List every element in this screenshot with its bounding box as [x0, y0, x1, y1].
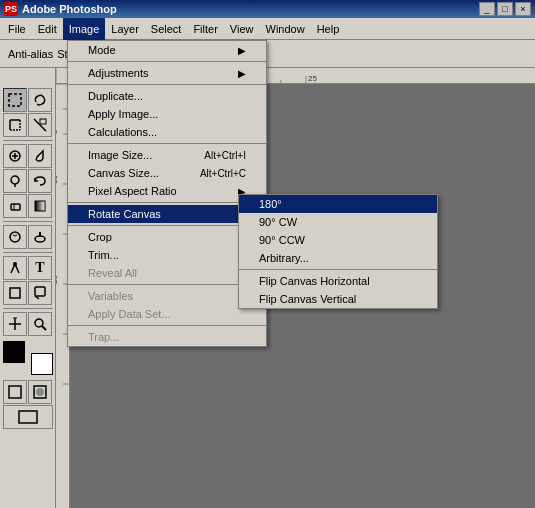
submenu-arrow: ▶ [238, 45, 246, 56]
tool-row-6 [3, 225, 52, 249]
menu-image-calculations[interactable]: Calculations... [68, 123, 266, 141]
shortcut: Alt+Ctrl+I [204, 150, 246, 161]
tool-row-9 [3, 312, 52, 336]
menu-reveal-all[interactable]: Reveal All [68, 264, 266, 282]
eraser-tool[interactable] [3, 194, 27, 218]
menu-pixel-aspect[interactable]: Pixel Aspect Ratio ▶ [68, 182, 266, 200]
menu-image-size[interactable]: Image Size... Alt+Ctrl+I [68, 146, 266, 164]
svg-point-40 [35, 319, 43, 327]
menu-trim[interactable]: Trim... [68, 246, 266, 264]
tool-separator-4 [3, 308, 53, 309]
text-tool[interactable]: T [28, 256, 52, 280]
standard-mode[interactable] [3, 380, 27, 404]
rotate-canvas-submenu: 180° 90° CW 90° CCW Arbitrary... Flip Ca… [238, 194, 438, 309]
svg-text:10: 10 [56, 175, 59, 184]
slice-tool[interactable] [28, 113, 52, 137]
tool-row-3 [3, 144, 52, 168]
menu-edit[interactable]: Edit [32, 18, 63, 40]
menu-canvas-size[interactable]: Canvas Size... Alt+Ctrl+C [68, 164, 266, 182]
toolbox: T [0, 84, 56, 508]
tool-row-5 [3, 194, 52, 218]
separator [68, 225, 266, 226]
menu-filter[interactable]: Filter [187, 18, 223, 40]
zoom-tool[interactable] [28, 312, 52, 336]
foreground-color[interactable] [3, 341, 25, 363]
notes-tool[interactable] [28, 281, 52, 305]
app-title: Adobe Photoshop [22, 3, 117, 15]
svg-rect-22 [40, 119, 46, 124]
svg-rect-42 [9, 386, 21, 398]
menu-apply-dataset[interactable]: Apply Data Set... [68, 305, 266, 323]
svg-rect-16 [9, 94, 21, 106]
menu-window[interactable]: Window [260, 18, 311, 40]
rotate-90cw[interactable]: 90° CW [239, 213, 437, 231]
app-icon: PS [4, 2, 18, 16]
shortcut: Alt+Ctrl+C [200, 168, 246, 179]
menu-image-apply-image[interactable]: Apply Image... [68, 105, 266, 123]
rotate-180[interactable]: 180° [239, 195, 437, 213]
crop-tool[interactable] [3, 113, 27, 137]
separator [68, 84, 266, 85]
quick-mask[interactable] [28, 380, 52, 404]
svg-rect-36 [35, 287, 45, 296]
svg-text:25: 25 [308, 74, 317, 83]
pen-tool[interactable] [3, 256, 27, 280]
menu-trap[interactable]: Trap... [68, 328, 266, 346]
svg-rect-30 [35, 201, 45, 211]
svg-point-44 [36, 388, 44, 396]
shape-tool[interactable] [3, 281, 27, 305]
menu-crop[interactable]: Crop [68, 228, 266, 246]
menu-view[interactable]: View [224, 18, 260, 40]
separator [68, 143, 266, 144]
color-swatches [3, 341, 53, 375]
menu-image[interactable]: Image [63, 18, 106, 40]
svg-point-26 [11, 176, 19, 184]
blur-tool[interactable] [3, 225, 27, 249]
title-bar-controls: _ □ × [479, 2, 531, 16]
svg-point-34 [13, 262, 17, 266]
marquee-tool[interactable] [3, 88, 27, 112]
flip-horizontal[interactable]: Flip Canvas Horizontal [239, 272, 437, 290]
menu-image-adjustments[interactable]: Adjustments ▶ [68, 64, 266, 82]
menu-variables[interactable]: Variables ▶ [68, 287, 266, 305]
svg-rect-28 [11, 204, 20, 210]
brush-tool[interactable] [28, 144, 52, 168]
menu-image-duplicate[interactable]: Duplicate... [68, 87, 266, 105]
svg-text:20: 20 [56, 275, 59, 284]
dodge-tool[interactable] [28, 225, 52, 249]
tool-separator-3 [3, 252, 53, 253]
lasso-tool[interactable] [28, 88, 52, 112]
menu-image-mode[interactable]: Mode ▶ [68, 41, 266, 59]
move-tool[interactable] [3, 312, 27, 336]
tool-separator-2 [3, 221, 53, 222]
separator [68, 61, 266, 62]
clone-tool[interactable] [3, 169, 27, 193]
svg-rect-45 [19, 411, 37, 423]
image-menu-dropdown: Mode ▶ Adjustments ▶ Duplicate... Apply … [67, 40, 267, 347]
healing-tool[interactable] [3, 144, 27, 168]
history-tool[interactable] [28, 169, 52, 193]
flip-vertical[interactable]: Flip Canvas Vertical [239, 290, 437, 308]
menu-file[interactable]: File [2, 18, 32, 40]
tool-separator-1 [3, 140, 53, 141]
tool-row-7: T [3, 256, 52, 280]
menu-select[interactable]: Select [145, 18, 188, 40]
close-button[interactable]: × [515, 2, 531, 16]
background-color[interactable] [31, 353, 53, 375]
screen-mode[interactable] [3, 405, 53, 429]
tool-row-2 [3, 113, 52, 137]
menu-layer[interactable]: Layer [105, 18, 145, 40]
menu-help[interactable]: Help [311, 18, 346, 40]
svg-point-32 [35, 236, 45, 242]
menu-rotate-canvas[interactable]: Rotate Canvas ▶ [68, 205, 266, 223]
maximize-button[interactable]: □ [497, 2, 513, 16]
svg-point-31 [10, 232, 20, 242]
separator [68, 284, 266, 285]
rotate-90ccw[interactable]: 90° CCW [239, 231, 437, 249]
svg-rect-35 [10, 288, 20, 298]
svg-text:5: 5 [56, 129, 59, 134]
separator [68, 325, 266, 326]
rotate-arbitrary[interactable]: Arbitrary... [239, 249, 437, 267]
minimize-button[interactable]: _ [479, 2, 495, 16]
gradient-tool[interactable] [28, 194, 52, 218]
